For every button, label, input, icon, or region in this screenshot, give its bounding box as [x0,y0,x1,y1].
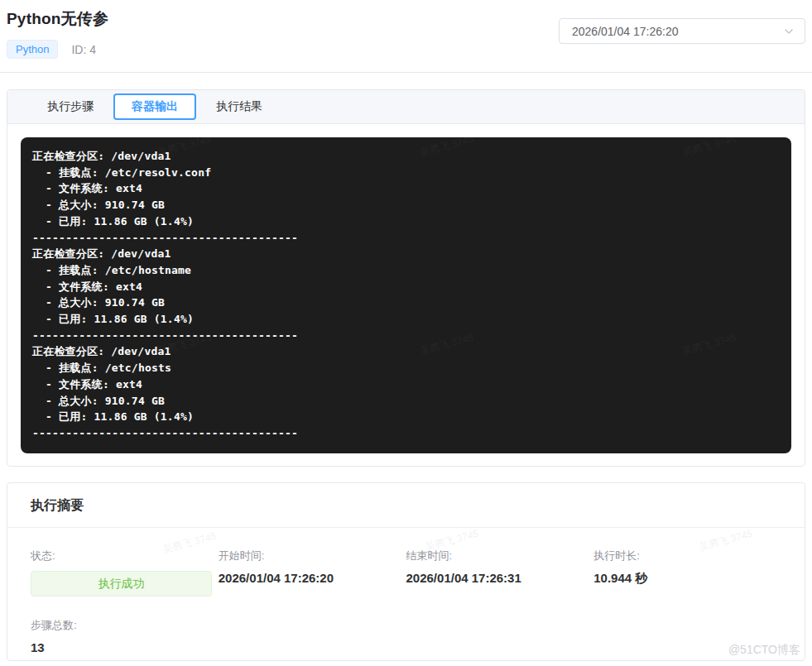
terminal-line: - 已用: 11.86 GB (1.4%) [32,213,780,230]
output-card: 执行步骤 容器输出 执行结果 正在检查分区: /dev/vda1 - 挂载点: … [7,89,805,467]
tab-execution-steps[interactable]: 执行步骤 [27,90,113,124]
terminal-line: - 文件系统: ext4 [32,376,780,393]
terminal-separator: ---------------------------------------- [32,328,780,344]
tab-execution-result[interactable]: 执行结果 [196,90,282,124]
field-start-time-value: 2026/01/04 17:26:20 [219,571,406,585]
field-duration: 执行时长: 10.944 秒 [593,549,781,597]
terminal-line: - 已用: 11.86 GB (1.4%) [32,409,780,425]
header-divider [0,72,812,73]
terminal-line: - 总大小: 910.74 GB [32,295,780,311]
summary-title: 执行摘要 [31,497,781,515]
terminal-line: - 挂载点: /etc/resolv.conf [32,165,780,181]
terminal-line: 正在检查分区: /dev/vda1 [32,343,780,360]
execution-datetime-select[interactable]: 2026/01/04 17:26:20 [559,18,805,44]
terminal-separator: ---------------------------------------- [32,230,780,247]
field-end-time-label: 结束时间: [406,549,594,563]
tab-content: 正在检查分区: /dev/vda1 - 挂载点: /etc/resolv.con… [7,124,805,467]
field-status: 状态: 执行成功 [31,549,219,597]
terminal-line: - 总大小: 910.74 GB [32,197,780,213]
terminal-line: - 已用: 11.86 GB (1.4%) [32,311,780,328]
field-end-time: 结束时间: 2026/01/04 17:26:31 [406,549,594,597]
chevron-down-icon [783,26,795,37]
terminal-line: - 文件系统: ext4 [32,180,780,197]
field-end-time-value: 2026/01/04 17:26:31 [406,571,594,585]
field-start-time: 开始时间: 2026/01/04 17:26:20 [219,549,406,597]
field-duration-value: 10.944 秒 [593,571,781,587]
field-total-steps-label: 步骤总数: [31,618,219,633]
task-id-label: ID: 4 [71,43,96,56]
tab-bar: 执行步骤 容器输出 执行结果 [7,90,805,124]
terminal-line: 正在检查分区: /dev/vda1 [32,246,780,262]
summary-card: 执行摘要 状态: 执行成功 开始时间: 2026/01/04 17:26:20 … [7,482,805,661]
tab-container-output[interactable]: 容器输出 [113,93,196,120]
container-output-terminal[interactable]: 正在检查分区: /dev/vda1 - 挂载点: /etc/resolv.con… [21,137,791,453]
summary-header: 执行摘要 [7,483,805,528]
summary-grid: 状态: 执行成功 开始时间: 2026/01/04 17:26:20 结束时间:… [7,528,805,654]
page-header: Python无传参 Python ID: 4 2026/01/04 17:26:… [0,0,812,73]
status-badge: 执行成功 [31,571,212,597]
field-total-steps: 步骤总数: 13 [31,618,219,654]
terminal-line: - 挂载点: /etc/hosts [32,360,780,376]
execution-datetime-value: 2026/01/04 17:26:20 [572,25,678,38]
field-duration-label: 执行时长: [593,549,781,563]
terminal-separator: ---------------------------------------- [32,425,780,442]
terminal-line: - 总大小: 910.74 GB [32,393,780,410]
field-start-time-label: 开始时间: [219,549,406,563]
terminal-line: - 文件系统: ext4 [32,279,780,295]
language-tag: Python [7,40,58,59]
field-status-label: 状态: [31,549,219,563]
terminal-line: - 挂载点: /etc/hostname [32,262,780,279]
terminal-line: 正在检查分区: /dev/vda1 [32,148,780,165]
field-total-steps-value: 13 [31,640,219,654]
